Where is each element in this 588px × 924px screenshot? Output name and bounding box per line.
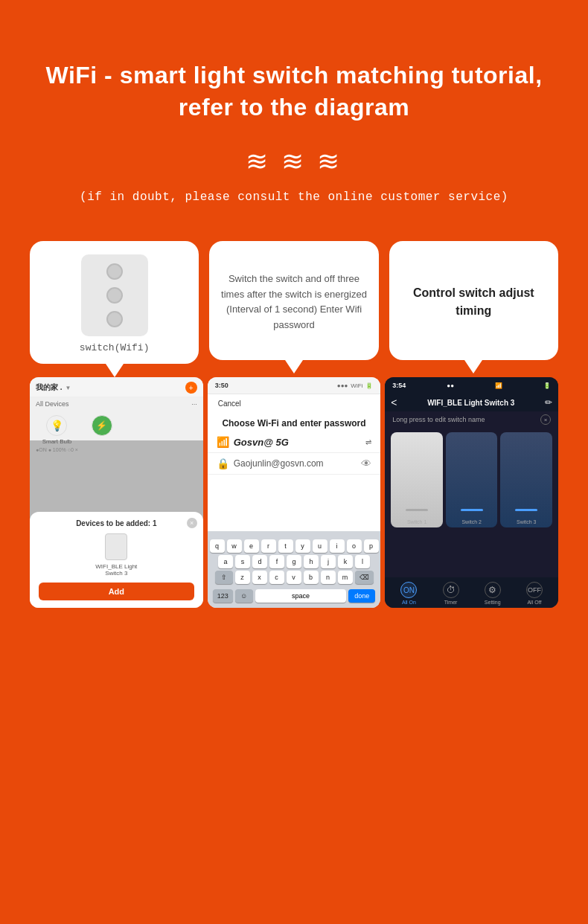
timer-icon: ⏱ xyxy=(443,582,459,598)
key-a[interactable]: a xyxy=(218,555,233,568)
switch-1-bar xyxy=(406,509,428,511)
keyboard-area: q w e r t y u i o p a s d xyxy=(208,531,381,608)
ss2-password-row: 🔒 Gaojunlin@gosvn.com 👁 xyxy=(208,453,381,475)
ss1-add-btn[interactable]: + xyxy=(185,382,197,394)
ss1-all-devices: All Devices ··· xyxy=(30,397,203,411)
ss3-title-bar: < WIFI_BLE Light Switch 3 ✏ xyxy=(385,394,558,411)
switch-2-panel[interactable]: Switch 2 xyxy=(446,432,498,527)
btn-timer-label: Timer xyxy=(444,600,458,605)
btn-all-off[interactable]: OFF All Off xyxy=(526,582,543,605)
key-emoji[interactable]: ☺ xyxy=(235,589,253,603)
switch-1-label: Switch 1 xyxy=(407,517,426,527)
modal-device: WIFI_BLE Light Switch 3 xyxy=(39,533,194,577)
key-w[interactable]: w xyxy=(227,539,242,553)
modal-device-preview xyxy=(105,533,127,560)
ss3-header: 3:54 ●● 📶 🔋 xyxy=(385,377,558,394)
key-l[interactable]: l xyxy=(355,555,370,568)
step-3-text: Control switch adjust timing xyxy=(400,284,548,320)
key-done[interactable]: done xyxy=(348,589,375,603)
switch-dot-1 xyxy=(106,263,123,280)
key-e[interactable]: e xyxy=(244,539,259,553)
ss3-screen-title: WIFI_BLE Light Switch 3 xyxy=(397,399,545,407)
switch-dot-2 xyxy=(106,287,123,304)
key-row-2: a s d f g h j k l xyxy=(213,555,376,568)
eye-icon[interactable]: 👁 xyxy=(361,458,371,469)
ss2-wifi-row: 📶 Gosvn@ 5G ⇌ xyxy=(208,431,381,453)
key-row-1: q w e r t y u i o p xyxy=(213,539,376,553)
switch-2-label: Switch 2 xyxy=(461,517,481,527)
wave-decoration: ≋ ≋ ≋ xyxy=(30,146,558,177)
ss2-header: 3:50 ●●● WiFi 🔋 xyxy=(208,377,381,394)
ss3-subtitle-row: Long press to edit switch name × xyxy=(385,411,558,428)
key-q[interactable]: q xyxy=(210,539,225,553)
switches-area: Switch 1 Switch 2 Switch 3 xyxy=(385,428,558,532)
page-container: WiFi - smart light switch matching tutor… xyxy=(0,0,588,638)
key-m[interactable]: m xyxy=(338,571,353,584)
switch-dot-3 xyxy=(106,311,123,327)
key-s[interactable]: s xyxy=(235,555,250,568)
key-j[interactable]: j xyxy=(321,555,336,568)
btn-setting[interactable]: ⚙ Setting xyxy=(485,582,501,605)
screenshot-tuya-app: 我的家 . ▼ + All Devices ··· 💡 Smart Bulb ●… xyxy=(30,377,203,608)
key-y[interactable]: y xyxy=(295,539,310,553)
btn-all-on-label: All On xyxy=(402,600,416,605)
key-backspace[interactable]: ⌫ xyxy=(355,571,374,584)
key-space[interactable]: space xyxy=(255,589,347,603)
step-3-bubble: Control switch adjust timing xyxy=(389,241,558,360)
ss2-cancel-btn[interactable]: Cancel xyxy=(214,397,246,411)
btn-all-on[interactable]: ON All On xyxy=(400,582,417,605)
key-n[interactable]: n xyxy=(321,571,336,584)
screenshot-switch-control: 3:54 ●● 📶 🔋 < WIFI_BLE Light Switch 3 ✏ … xyxy=(385,377,558,608)
key-u[interactable]: u xyxy=(313,539,327,553)
switch-1-panel[interactable]: Switch 1 xyxy=(391,432,443,527)
switch-3-body xyxy=(515,432,537,517)
ss3-subtitle-text: Long press to edit switch name xyxy=(392,416,485,423)
wifi-ssid: Gosvn@ 5G xyxy=(234,437,362,448)
btn-timer[interactable]: ⏱ Timer xyxy=(443,582,459,605)
key-d[interactable]: d xyxy=(252,555,267,568)
lock-icon: 🔒 xyxy=(217,458,229,469)
key-shift[interactable]: ⇧ xyxy=(215,571,233,584)
key-o[interactable]: o xyxy=(347,539,362,553)
device-second-icon: ⚡ xyxy=(92,415,112,436)
device-bulb-icon: 💡 xyxy=(46,415,67,436)
ss2-wifi-title: Choose Wi-Fi and enter password xyxy=(208,411,381,431)
wifi-signal-icon: ⇌ xyxy=(365,438,371,446)
setting-icon: ⚙ xyxy=(485,582,501,598)
key-numbers[interactable]: 123 xyxy=(213,589,233,603)
ss3-close-btn[interactable]: × xyxy=(540,414,551,425)
key-b[interactable]: b xyxy=(304,571,319,584)
modal-box: × Devices to be added: 1 WIFI_BLE Light … xyxy=(30,512,203,608)
key-i[interactable]: i xyxy=(330,539,345,553)
key-k[interactable]: k xyxy=(338,555,353,568)
key-t[interactable]: t xyxy=(278,539,293,553)
modal-close-btn[interactable]: × xyxy=(187,518,197,528)
ss3-bottom-bar: ON All On ⏱ Timer ⚙ Setting OFF All Off xyxy=(385,577,558,608)
step-2-text: Switch the switch and off three times af… xyxy=(220,272,368,333)
key-g[interactable]: g xyxy=(287,555,301,568)
key-bottom-row: 123 ☺ space done xyxy=(210,588,379,606)
key-f[interactable]: f xyxy=(269,555,284,568)
password-field[interactable]: Gaojunlin@gosvn.com xyxy=(234,458,357,469)
page-title: WiFi - smart light switch matching tutor… xyxy=(30,60,558,123)
switch-3-panel[interactable]: Switch 3 xyxy=(500,432,552,527)
modal-add-button[interactable]: Add xyxy=(39,583,194,600)
screenshots-row: 我的家 . ▼ + All Devices ··· 💡 Smart Bulb ●… xyxy=(30,377,558,608)
key-h[interactable]: h xyxy=(304,555,319,568)
ss3-edit-btn[interactable]: ✏ xyxy=(545,397,552,408)
key-p[interactable]: p xyxy=(364,539,379,553)
modal-device-label: WIFI_BLE Light Switch 3 xyxy=(95,563,137,577)
key-c[interactable]: c xyxy=(269,571,284,584)
ss1-home-label: 我的家 . xyxy=(36,382,63,393)
modal-title: Devices to be added: 1 xyxy=(39,519,194,527)
btn-setting-label: Setting xyxy=(485,600,501,605)
ss2-time: 3:50 xyxy=(215,382,229,389)
switch-1-body xyxy=(406,432,428,517)
ss3-back-btn[interactable]: < xyxy=(391,397,397,408)
btn-all-off-label: All Off xyxy=(527,600,541,605)
key-r[interactable]: r xyxy=(261,539,276,553)
key-v[interactable]: v xyxy=(287,571,301,584)
key-z[interactable]: z xyxy=(235,571,250,584)
all-off-icon: OFF xyxy=(526,582,543,598)
key-x[interactable]: x xyxy=(252,571,267,584)
